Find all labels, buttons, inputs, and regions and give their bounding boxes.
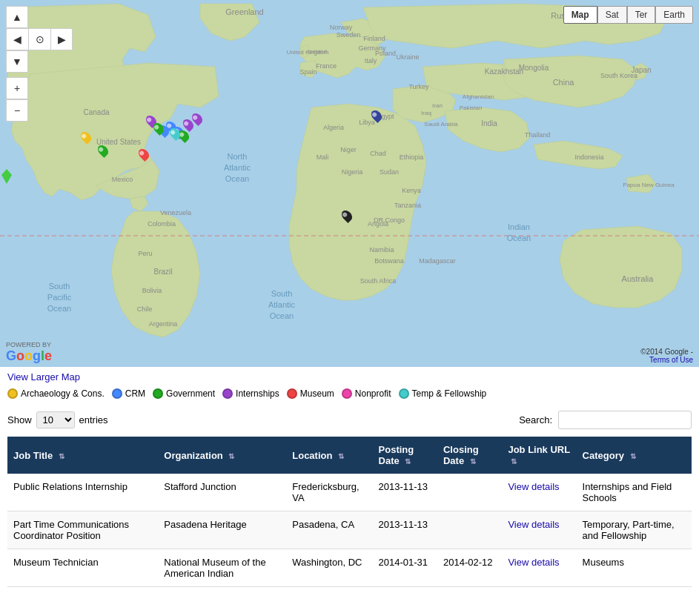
terms-of-use-link[interactable]: Terms of Use [649,356,693,364]
col-category[interactable]: Category ⇅ [577,437,692,474]
map-pan-right-btn[interactable]: ▶ [50,28,73,50]
svg-text:Argentina: Argentina [149,320,178,328]
cell-closing_date-1 [437,511,502,549]
map-pan-center-btn[interactable]: ⊙ [28,28,50,50]
svg-text:Colombia: Colombia [148,220,176,228]
svg-text:Algeria: Algeria [323,124,344,131]
svg-text:Spain: Spain [299,68,317,76]
legend-label-6: Temp & Fellowship [412,388,487,399]
svg-text:Italy: Italy [365,57,377,64]
view-details-link-2[interactable]: View details [508,557,559,568]
sort-arrows-job-title: ⇅ [59,452,64,460]
svg-text:Afghanistan: Afghanistan [463,93,494,100]
svg-text:North: North [228,152,248,161]
cell-location-2: Washington, DC [286,549,372,587]
svg-text:Ocean: Ocean [507,234,531,242]
table-row: Public Relations InternshipStafford Junc… [7,474,692,511]
svg-text:Canada: Canada [83,108,109,116]
legend-label-4: Museum [300,388,334,399]
map-zoom-out-btn[interactable]: − [6,99,28,122]
cell-posting_date-2: 2014-01-31 [373,549,437,587]
svg-text:Peru: Peru [138,250,152,257]
view-details-link-0[interactable]: View details [508,481,559,492]
map-type-buttons: Map Sat Ter Earth [563,6,693,24]
map-type-sat-btn[interactable]: Sat [597,6,627,24]
map-pan-left-btn[interactable]: ◀ [6,28,28,50]
sort-arrows-job-link: ⇅ [511,457,517,466]
sort-arrows-posting-date: ⇅ [405,457,411,466]
legend-dot-4 [287,388,297,399]
svg-text:Ocean: Ocean [270,311,294,320]
google-logo: Google [6,348,52,364]
legend-dot-3 [222,388,233,399]
svg-text:Botswana: Botswana [374,257,404,265]
legend-dot-5 [342,388,352,399]
svg-text:South: South [271,289,293,298]
legend-item-1: CRM [112,388,145,399]
view-larger-map-link[interactable]: View Larger Map [7,371,80,382]
data-table: Job Title ⇅ Organization ⇅ Location ⇅ Po… [7,437,692,587]
cell-link-2[interactable]: View details [502,549,576,587]
cell-posting_date-1: 2013-11-13 [373,511,437,549]
svg-text:South Africa: South Africa [360,277,397,285]
svg-text:Brazil: Brazil [153,268,172,276]
svg-text:Ocean: Ocean [47,304,71,313]
svg-text:Thailand: Thailand [525,131,551,139]
cell-link-1[interactable]: View details [502,511,576,549]
table-row: Museum TechnicianNational Museum of the … [7,549,692,587]
col-job-link[interactable]: Job Link URL ⇅ [502,437,576,474]
legend-item-2: Government [153,388,215,399]
col-closing-date[interactable]: Closing Date ⇅ [437,437,502,474]
table-section: Show 10 25 50 100 entries Search: Job Ti… [0,403,699,595]
cell-closing_date-2: 2014-02-12 [437,549,502,587]
below-map-section: View Larger Map Archaeology & Cons. CRM … [0,367,699,403]
table-header-row: Job Title ⇅ Organization ⇅ Location ⇅ Po… [7,437,692,474]
cell-organization-0: Stafford Junction [158,474,286,511]
cell-location-1: Pasadena, CA [286,511,372,549]
search-input[interactable] [558,411,692,429]
svg-text:Kenya: Kenya [402,187,421,194]
svg-text:Turkey: Turkey [408,83,429,90]
view-details-link-1[interactable]: View details [508,519,559,530]
table-row: Part Time Communications Coordinator Pos… [7,511,692,549]
svg-text:United Kingdom: United Kingdom [287,49,329,56]
map-type-earth-btn[interactable]: Earth [655,6,693,24]
legend-item-4: Museum [287,388,334,399]
legend-item-5: Nonprofit [342,388,391,399]
map-footer: POWERED BY Google ©2014 Google - Terms o… [0,337,699,367]
svg-text:Atlantic: Atlantic [268,300,296,309]
svg-text:Indonesia: Indonesia [574,153,603,161]
sort-arrows-location: ⇅ [338,452,344,460]
sort-arrows-organization: ⇅ [228,452,234,460]
svg-text:Tanzania: Tanzania [394,202,421,209]
map-zoom-in-btn[interactable]: + [6,77,28,99]
cell-organization-1: Pasadena Heritage [158,511,286,549]
map-pan-up-btn[interactable]: ▲ [6,6,28,28]
svg-text:Ethiopia: Ethiopia [400,153,424,161]
cell-location-0: Fredericksburg, VA [286,474,372,511]
svg-text:Mexico: Mexico [112,176,133,183]
map-type-ter-btn[interactable]: Ter [627,6,656,24]
svg-text:Saudi Arabia: Saudi Arabia [424,121,458,127]
svg-text:Sudan: Sudan [380,168,399,176]
map-container: Greenland Canada United States Mexico Br… [0,0,699,367]
cell-link-0[interactable]: View details [502,474,576,511]
svg-text:Ocean: Ocean [225,174,249,183]
map-type-map-btn[interactable]: Map [563,6,597,24]
map-pan-down-btn[interactable]: ▼ [6,50,28,73]
svg-text:Libya: Libya [359,119,375,126]
svg-text:South: South [49,282,70,291]
legend: Archaeology & Cons. CRM Government Inter… [7,388,692,399]
cell-category-1: Temporary, Part-time, and Fellowship [577,511,692,549]
svg-text:Nigeria: Nigeria [342,168,363,176]
col-location[interactable]: Location ⇅ [286,437,372,474]
map-copyright: ©2014 Google - Terms of Use [640,348,693,364]
legend-item-0: Archaeology & Cons. [7,388,105,399]
entries-select[interactable]: 10 25 50 100 [36,411,75,428]
sort-arrows-closing-date: ⇅ [470,457,476,466]
col-job-title[interactable]: Job Title ⇅ [7,437,158,474]
col-organization[interactable]: Organization ⇅ [158,437,286,474]
svg-text:Ukraine: Ukraine [396,53,419,61]
cell-organization-2: National Museum of the American Indian [158,549,286,587]
col-posting-date[interactable]: Posting Date ⇅ [373,437,437,474]
